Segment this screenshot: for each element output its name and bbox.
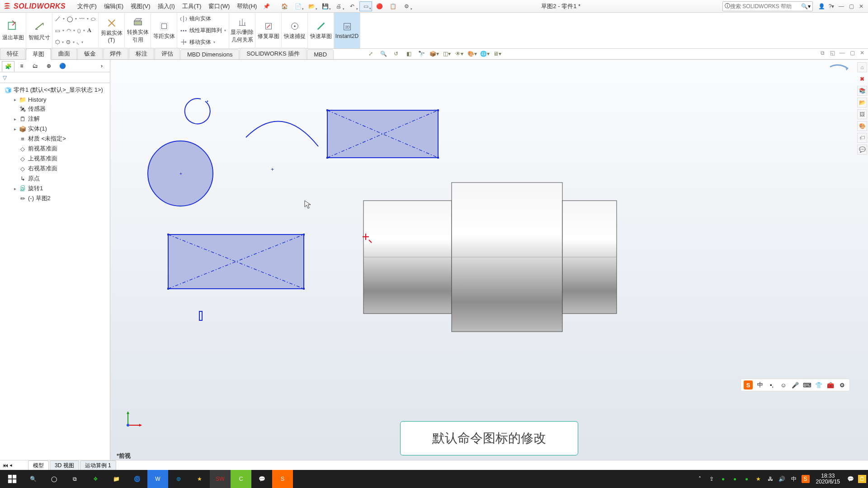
taskbar-app-4[interactable]: ⊜ [168,470,189,488]
taskbar-app-1[interactable]: ❖ [85,470,106,488]
menu-help[interactable]: 帮助(H) [233,0,260,12]
offset-entities-button[interactable]: 等距实体 [151,13,177,48]
taskbar-wechat[interactable]: 💬 [251,470,272,488]
ime-mic-icon[interactable]: 🎤 [791,380,800,389]
tab-surfaces[interactable]: 曲面 [52,48,77,59]
tree-annotations[interactable]: ▸🗒注解 [1,114,109,124]
menu-edit[interactable]: 编辑(E) [100,0,127,12]
tray-ime-logo-icon[interactable]: S [802,475,810,483]
fm-display-tab[interactable]: 🔵 [56,61,69,71]
rebuild-button[interactable]: 🔴 [373,1,386,11]
tab-model[interactable]: 模型 [28,460,49,470]
fm-config-tab[interactable]: 🗂 [29,61,42,71]
help-search[interactable]: ⓘ 🔍▾ [722,1,813,11]
options-button[interactable]: ⚙▾ [400,1,413,11]
menu-insert[interactable]: 插入(I) [154,0,179,12]
tray-expand-icon[interactable]: ˄ [696,475,704,483]
taskview-icon[interactable]: ⧉ [64,470,85,488]
doc-maximize-button[interactable]: ▢ [848,50,856,56]
doc-popup-icon[interactable]: ⧉ [818,50,826,56]
tab-3dview[interactable]: 3D 视图 [50,460,79,470]
design-library-icon[interactable]: 📚 [857,86,867,96]
tray-volume-icon[interactable]: 🔊 [778,475,786,483]
quick-snap-button[interactable]: 快速捕捉 [282,13,308,48]
taskbar-app-2[interactable]: 🌀 [127,470,147,488]
tree-solid-bodies[interactable]: ▸📦实体(1) [1,124,109,134]
line-tool[interactable]: ／ [55,15,61,23]
mirror-entities-button[interactable]: 镜向实体 [180,14,226,24]
minimize-button[interactable]: — [837,3,845,9]
search-input[interactable] [730,3,801,9]
tree-sensors[interactable]: 🛰传感器 [1,104,109,114]
previous-view-icon[interactable]: ↺ [391,49,401,58]
zoom-area-icon[interactable]: 🔍 [378,49,388,58]
tray-notification-icon[interactable]: 💬 [846,475,854,483]
cortana-icon[interactable]: ◯ [43,470,64,488]
taskbar-app-6[interactable]: C [231,470,251,488]
file-props-button[interactable]: 📋 [387,1,399,11]
tray-clock[interactable]: 18:33 2020/6/15 [813,473,843,485]
fm-property-tab[interactable]: ≡ [15,61,28,71]
ime-toolbar[interactable]: S 中 •, ☺ 🎤 ⌨ 👕 🧰 ⚙ [741,379,850,391]
sw-resources-icon[interactable]: ⌂ [857,62,867,72]
view-orientation-icon[interactable]: 📦▾ [429,49,439,58]
text-tool[interactable]: A [87,27,91,34]
hide-show-icon[interactable]: 👁▾ [454,49,464,58]
smart-dimension-button[interactable]: 智能尺寸 [26,13,52,48]
menu-view[interactable]: 视图(V) [127,0,154,12]
doc-minimize-button[interactable]: — [838,50,846,56]
tray-network-icon[interactable]: 🖧 [766,475,774,483]
search-icon[interactable]: 🔍▾ [801,3,811,9]
maximize-button[interactable]: ▢ [847,3,855,9]
tab-weldments[interactable]: 焊件 [103,48,128,59]
instant2d-button[interactable]: 2D Instant2D [334,13,360,48]
doc-new-window-icon[interactable]: ◱ [828,50,836,56]
ime-skin-icon[interactable]: 👕 [814,380,823,389]
tree-origin[interactable]: ↳原点 [1,174,109,183]
ime-punct-icon[interactable]: •, [767,380,776,389]
menu-window[interactable]: 窗口(W) [205,0,233,12]
tab-mbd[interactable]: MBD [307,49,334,59]
tree-revolve[interactable]: ▸இ旋转1 [1,183,109,193]
taskbar-explorer[interactable]: 📁 [106,470,127,488]
display-style-icon[interactable]: ◫▾ [442,49,452,58]
fm-tree-tab[interactable]: 🧩 [2,61,14,72]
tab-annotate[interactable]: 标注 [129,48,154,59]
tab-motion[interactable]: 运动算例 1 [80,460,116,470]
point-tool[interactable]: ⊙ [66,39,71,45]
select-button[interactable]: ▭▾ [359,1,372,11]
print-button[interactable]: 🖨▾ [332,1,345,11]
tree-material[interactable]: ≡材质 <未指定> [1,134,109,144]
tree-sketch2[interactable]: ✏(-) 草图2 [1,193,109,203]
edit-appearance-icon[interactable]: 🎨▾ [467,49,477,58]
file-explorer-icon[interactable]: 📂 [857,98,867,108]
display-relations-button[interactable]: 显示/删除几何关系 [229,13,255,48]
taskbar-solidworks[interactable]: SW [210,470,231,488]
feature-tree[interactable]: 🧊零件1 (默认<<默认>_显示状态 1>) ▸📁History 🛰传感器 ▸🗒… [0,83,110,464]
fm-expand-icon[interactable]: › [95,61,108,71]
fm-dimxpert-tab[interactable]: ⊕ [42,61,55,71]
taskbar-app-7[interactable]: S [272,470,293,488]
section-view-icon[interactable]: ◧ [404,49,414,58]
undo-button[interactable]: ↶▾ [346,1,359,11]
repair-sketch-button[interactable]: 修复草图 [255,13,282,48]
dynamic-view-icon[interactable]: 🔭 [416,49,426,58]
help-icon[interactable]: ?▾ [827,3,835,9]
move-entities-button[interactable]: 移动实体▾ [180,37,226,47]
menu-tools[interactable]: 工具(T) [179,0,205,12]
tree-root[interactable]: 🧊零件1 (默认<<默认>_显示状态 1>) [1,85,109,95]
doc-close-button[interactable]: ✕ [858,50,866,56]
ellipse-tool[interactable]: ⬭ [91,16,95,22]
ime-settings-icon[interactable]: ⚙ [838,380,847,389]
tray-app4-icon[interactable]: ★ [755,475,763,483]
view-palette-icon[interactable]: 🖼 [857,109,867,119]
view-settings-icon[interactable]: 🖥▾ [492,49,502,58]
tab-nav-first[interactable]: ⏮ ◀ [3,462,28,469]
tab-sketch[interactable]: 草图 [26,48,51,60]
trim-entities-button[interactable]: 剪裁实体(T) [99,13,125,48]
ime-emoji-icon[interactable]: ☺ [779,380,788,389]
taskbar-app-3[interactable]: W [147,470,168,488]
zoom-fit-icon[interactable]: ⤢ [366,49,376,58]
ime-keyboard-icon[interactable]: ⌨ [802,380,811,389]
apply-scene-icon[interactable]: 🌐▾ [480,49,490,58]
